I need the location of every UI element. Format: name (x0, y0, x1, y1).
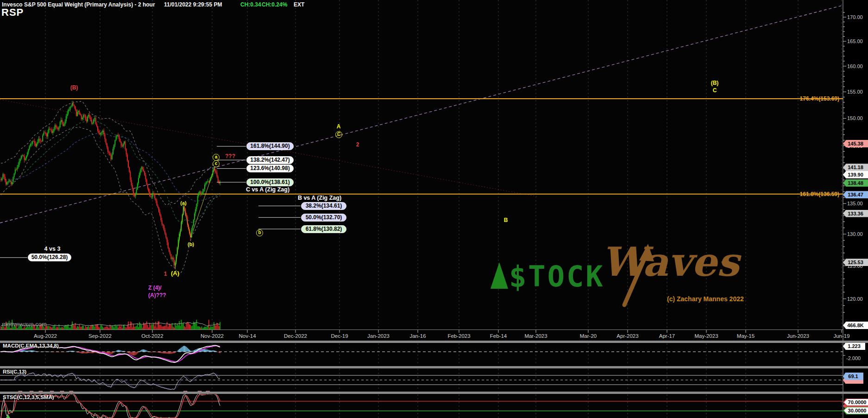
copyright-text: (c) Zachary Mannes 2022 (667, 295, 744, 303)
motivewave-watermark: motivewave.com (2, 321, 47, 328)
stockwaves-logo-stock: $TOCK (509, 260, 605, 293)
chart-canvas[interactable] (0, 0, 868, 418)
rsi-label: RSI(C,13) (3, 369, 26, 374)
change-percent: CH:0.24% (262, 1, 287, 8)
macd-label: MACD(C,EMA,13,34,8) (3, 343, 59, 348)
stockwaves-logo-waves: Waves (601, 238, 739, 285)
panel-separator[interactable] (0, 392, 868, 394)
trademark-symbol: ™ (721, 260, 726, 266)
panel-separator[interactable] (0, 366, 868, 368)
macd-axis-value: -2.000 (846, 355, 861, 361)
change-value: CH:0.34 (240, 1, 261, 8)
motivewave-chart-window: Invesco S&P 500 Equal Weight (Primary An… (0, 0, 868, 418)
stoch-label: STSC(C,12,3,5,SMA) (3, 394, 54, 400)
chart-datetime: 11/01/2022 9:29:55 PM (164, 1, 222, 8)
panel-separator[interactable] (0, 341, 868, 343)
chart-title: Invesco S&P 500 Equal Weight (Primary An… (2, 1, 155, 8)
session-badge: EXT (294, 1, 304, 8)
symbol-label: RSP (1, 6, 24, 19)
